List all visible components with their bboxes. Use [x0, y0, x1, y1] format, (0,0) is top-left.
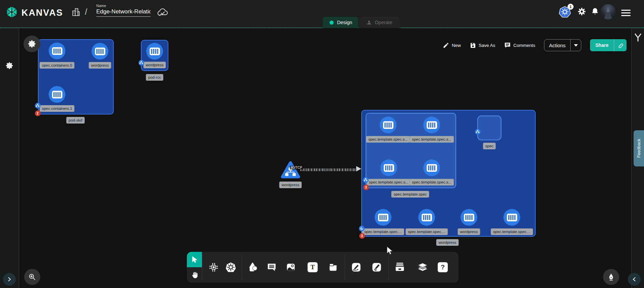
user-avatar[interactable]	[600, 4, 616, 19]
container-icon	[383, 121, 393, 129]
node-template-container[interactable]	[418, 209, 435, 226]
zoom-search-button[interactable]	[24, 269, 40, 285]
expand-left-panel-button[interactable]	[3, 273, 16, 286]
layers-icon	[417, 262, 428, 273]
edge-wordpress-to-group[interactable]	[301, 168, 358, 171]
container-icon	[384, 164, 394, 172]
comment-icon	[267, 262, 277, 272]
note-tool[interactable]	[326, 260, 340, 275]
actions-caret-button[interactable]	[570, 40, 581, 51]
node-template-container[interactable]	[380, 117, 396, 133]
components-tool[interactable]	[206, 260, 221, 275]
node-template-container[interactable]	[503, 209, 520, 226]
node-wordpress-container[interactable]	[461, 209, 477, 226]
save-status-cloud-icon[interactable]	[157, 8, 168, 18]
node-wordpress-container[interactable]	[92, 43, 108, 60]
node-label: spec.template.spec.s...	[367, 179, 411, 186]
comments-button[interactable]: Comments	[504, 42, 535, 49]
node-label: wordpress	[279, 182, 302, 188]
chip-icon	[209, 262, 219, 272]
kanvas-logo-icon	[5, 5, 19, 20]
caret-down-icon	[574, 44, 578, 47]
relationship-badge[interactable]	[35, 103, 41, 109]
group-spec-template-spec[interactable]	[366, 113, 456, 188]
node-label: wordpress	[458, 228, 480, 235]
select-tool[interactable]	[187, 252, 202, 267]
node-label: spec.template.spec....	[491, 228, 533, 235]
group-label: wordpress	[436, 239, 459, 246]
tab-design[interactable]: Design	[323, 17, 358, 28]
node-template-container[interactable]	[423, 117, 440, 133]
pen-tool[interactable]	[349, 260, 364, 275]
name-field-label: Name	[96, 4, 151, 8]
container-icon	[507, 214, 517, 221]
mouse-cursor	[386, 246, 394, 257]
container-icon	[378, 214, 388, 221]
share-split-button: Share	[590, 39, 627, 51]
pen-nib-button[interactable]	[603, 269, 619, 285]
layer5-y-icon[interactable]	[633, 33, 643, 44]
error-count-badge[interactable]: 3	[359, 233, 365, 239]
container-icon	[150, 48, 160, 55]
brand[interactable]: KANVAS	[5, 5, 63, 20]
meshery-pinwheel-icon[interactable]	[5, 61, 14, 71]
text-tool[interactable]: T	[305, 260, 320, 275]
hamburger-menu-icon[interactable]	[621, 8, 631, 18]
node-spec[interactable]	[477, 116, 501, 140]
shapes-tool[interactable]	[245, 260, 260, 275]
relationship-badge[interactable]	[363, 177, 369, 183]
settings-gear-icon[interactable]	[577, 7, 586, 17]
helm-wheel-icon	[225, 262, 236, 273]
shapes-icon	[247, 262, 258, 273]
freehand-draw-tool[interactable]	[369, 260, 384, 275]
notifications-bell-icon[interactable]	[591, 7, 599, 17]
pencil-icon	[443, 42, 449, 49]
relationship-badge[interactable]	[475, 129, 481, 135]
node-label: spec.template.spec.s...	[366, 136, 410, 143]
copy-link-button[interactable]	[614, 39, 627, 51]
chevron-left-icon	[632, 277, 637, 282]
container-icon	[427, 164, 437, 172]
comment-tool[interactable]	[264, 260, 279, 275]
node-template-container[interactable]	[380, 159, 397, 176]
collapse-right-panel-button[interactable]	[628, 273, 641, 286]
toolbar-divider	[242, 255, 242, 280]
floating-pinwheel-button[interactable]	[23, 35, 40, 52]
node-spec-containers-0[interactable]	[49, 43, 65, 59]
swirl-badge[interactable]	[359, 226, 365, 231]
error-count-badge[interactable]: 3	[363, 185, 369, 190]
node-template-container[interactable]	[423, 159, 440, 176]
canvas-action-row: New Save As Comments Actions Share	[443, 39, 627, 52]
left-sidebar	[0, 28, 19, 288]
error-count-badge[interactable]: 2	[35, 111, 41, 116]
new-button[interactable]: New	[443, 42, 461, 49]
image-tool[interactable]	[283, 260, 298, 275]
actions-button[interactable]: Actions	[544, 43, 570, 48]
share-button[interactable]: Share	[590, 43, 614, 48]
help-tool[interactable]: ?	[435, 260, 450, 275]
edge-port-label: 80/TCP	[290, 166, 303, 169]
save-as-button[interactable]: Save As	[470, 42, 495, 49]
node-template-container[interactable]	[375, 209, 391, 226]
drawer-tool[interactable]	[392, 260, 407, 275]
kubernetes-tool[interactable]	[223, 260, 238, 275]
node-label: spec.template.spec.s...	[410, 136, 454, 143]
layers-tool[interactable]	[415, 260, 430, 275]
group-label: spec.template.spec	[391, 191, 429, 198]
link-icon	[617, 42, 624, 49]
toolbar-divider	[202, 255, 202, 280]
container-icon	[464, 214, 474, 221]
organization-icon[interactable]	[71, 7, 80, 18]
relationship-badge[interactable]	[139, 60, 144, 66]
toolbar-divider	[388, 255, 389, 280]
node-wordpress-container[interactable]	[146, 43, 163, 60]
tab-operate[interactable]: Operate	[359, 17, 400, 28]
edge-arrowhead	[356, 166, 361, 171]
design-name-input[interactable]	[96, 8, 151, 17]
feedback-tab[interactable]: Feedback	[634, 130, 644, 166]
pencil-scribble-icon	[372, 262, 382, 272]
actions-dropdown: Actions	[544, 39, 581, 51]
pan-tool[interactable]	[187, 267, 202, 283]
service-wordpress-node[interactable]	[280, 160, 301, 181]
node-spec-containers-1[interactable]	[49, 86, 65, 103]
